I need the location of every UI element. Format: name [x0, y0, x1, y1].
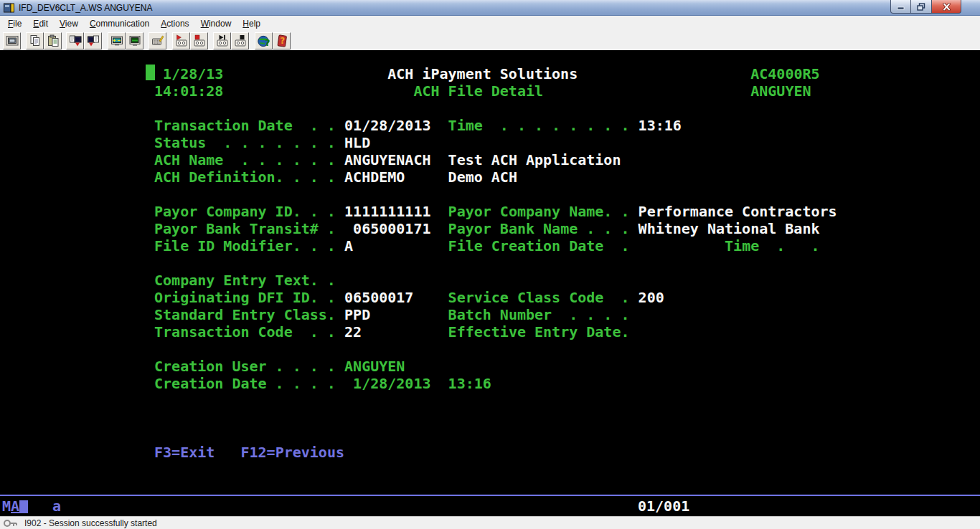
color-setup-icon[interactable]	[108, 32, 126, 49]
svg-text:?: ?	[280, 36, 285, 46]
terminal-text: Status . . . . . . .	[154, 134, 336, 151]
terminal-text: Payor Bank Transit# .	[154, 220, 336, 237]
menu-item-window[interactable]: Window	[195, 16, 237, 31]
terminal-text: Time . . . . . . . .	[448, 117, 630, 134]
terminal-text: . .	[776, 237, 819, 254]
terminal-text: Creation User . . . .	[154, 358, 336, 375]
terminal-text: Performance Contractors	[639, 203, 837, 220]
terminal-text: File Creation Date .	[448, 237, 630, 254]
terminal-text: ACHDEMO	[344, 168, 405, 186]
terminal-text: HLD	[344, 134, 370, 151]
minimize-button[interactable]	[890, 0, 911, 14]
send-file-icon[interactable]	[66, 32, 84, 49]
window-title: IFD_DEV6CLT_A.WS ANGUYENA	[19, 3, 153, 13]
session-window-icon[interactable]	[3, 32, 21, 49]
stop-record-icon[interactable]	[190, 32, 208, 49]
app-icon	[4, 3, 14, 13]
terminal-text: Whitney National Bank	[639, 220, 820, 237]
menu-item-actions[interactable]: Actions	[155, 16, 194, 31]
terminal-text: Transaction Code . .	[154, 323, 336, 340]
keyboard-setup-icon[interactable]	[149, 32, 166, 49]
terminal-text: 22	[344, 323, 362, 340]
terminal-text: ACH Name . . . . . .	[154, 151, 336, 168]
terminal-text: Batch Number . . . .	[448, 306, 630, 323]
application-window: IFD_DEV6CLT_A.WS ANGUYENA FileEditViewCo…	[0, 0, 980, 529]
terminal-text: Service Class Code .	[448, 289, 630, 306]
oia-separator-line	[0, 495, 980, 496]
terminal-text: 1111111111	[344, 203, 430, 220]
terminal-text: Creation Date . . . .	[154, 375, 336, 392]
terminal-text: AC4000R5	[750, 65, 819, 82]
terminal-text: F3=Exit	[154, 444, 215, 461]
terminal-text: 200	[639, 289, 664, 306]
oia-cursor-position: 01/001	[638, 497, 689, 515]
terminal-text: Standard Entry Class.	[154, 306, 336, 323]
terminal-text: 1/28/2013	[353, 375, 430, 392]
oia-keyboard-indicator: a	[52, 497, 61, 515]
svg-text:?: ?	[265, 38, 270, 48]
status-message: I902 - Session successfully started	[24, 518, 157, 528]
terminal-text: Company Entry Text. .	[154, 272, 336, 289]
display-setup-icon[interactable]	[126, 32, 143, 49]
restore-button[interactable]	[911, 0, 931, 14]
help-index-icon[interactable]: ?	[273, 32, 291, 49]
terminal-text: Payor Company ID. . .	[154, 203, 336, 220]
globe-help-icon[interactable]: ?	[255, 32, 273, 49]
terminal-text: ANGUYENACH	[344, 151, 430, 168]
terminal-text: Demo ACH	[448, 168, 517, 186]
toolbar: ??	[0, 32, 980, 50]
status-bar: I902 - Session successfully started	[0, 516, 980, 529]
terminal-text: 06500017	[344, 289, 413, 306]
stop-macro-icon[interactable]	[231, 32, 249, 49]
menu-item-view[interactable]: View	[54, 16, 84, 31]
menu-item-file[interactable]: File	[2, 16, 27, 31]
menu-item-communication[interactable]: Communication	[84, 16, 155, 31]
terminal-text: ANGUYEN	[344, 358, 405, 375]
terminal-text: Effective Entry Date.	[448, 323, 630, 340]
oia-input-indicator	[19, 500, 28, 513]
terminal-text: Time	[725, 237, 759, 254]
terminal-text: File ID Modifier. . .	[154, 237, 336, 254]
record-macro-icon[interactable]	[172, 32, 190, 49]
key-icon	[3, 518, 19, 528]
terminal-text: ACH File Detail	[413, 82, 543, 100]
terminal-screen[interactable]: 1/28/13ACH iPayment SolutionsAC4000R514:…	[0, 50, 980, 516]
play-macro-icon[interactable]	[213, 32, 231, 49]
window-controls	[890, 0, 961, 14]
terminal-text: 14:01:28	[154, 82, 223, 100]
copy-icon[interactable]	[26, 32, 44, 49]
terminal-text: 1/28/13	[163, 65, 223, 82]
cursor-block	[146, 65, 155, 80]
terminal-text: ACH iPayment Solutions	[387, 65, 578, 82]
terminal-text: Payor Company Name. .	[448, 203, 630, 220]
menu-item-help[interactable]: Help	[237, 16, 266, 31]
terminal-text: F12=Previous	[241, 444, 345, 461]
terminal-text: Test ACH Application	[448, 151, 621, 168]
terminal-text: ANGUYEN	[750, 82, 811, 100]
terminal-text: ACH Definition. . . .	[154, 168, 336, 186]
terminal-text: Payor Bank Name . . .	[448, 220, 630, 237]
terminal-text: Originating DFI ID. .	[154, 289, 336, 306]
terminal-text: 13:16	[448, 375, 491, 392]
title-bar: IFD_DEV6CLT_A.WS ANGUYENA	[0, 0, 980, 16]
terminal-text: 13:16	[639, 117, 682, 134]
menu-bar: FileEditViewCommunicationActionsWindowHe…	[0, 16, 980, 32]
menu-item-edit[interactable]: Edit	[27, 16, 54, 31]
terminal-text: A	[344, 237, 353, 254]
paste-icon[interactable]	[44, 32, 62, 49]
terminal-text: PPD	[344, 306, 370, 323]
terminal-text: 01/28/2013	[344, 117, 430, 134]
close-button[interactable]	[931, 0, 961, 14]
terminal-text: Transaction Date . .	[154, 117, 336, 134]
receive-file-icon[interactable]	[84, 32, 102, 49]
oia-system-indicator: MA	[2, 497, 19, 515]
terminal-text: 065000171	[353, 220, 430, 237]
